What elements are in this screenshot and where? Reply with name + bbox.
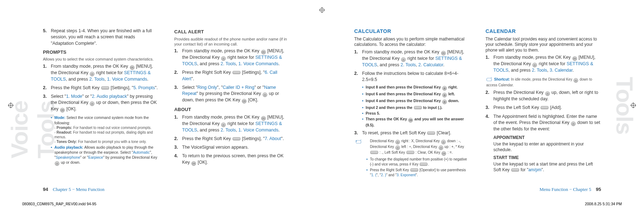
- step-item: Press the Right Soft Key [Settings], "5.…: [43, 85, 158, 91]
- field-body: Use the keypad to enter an appointment i…: [493, 141, 601, 153]
- step-item: From standby mode, press the OK Key OK […: [354, 49, 470, 68]
- step-item: From standby mode, press the OK Key OK […: [174, 48, 290, 67]
- tip-item: Directional Key ◎ right : X, Directional…: [356, 139, 470, 156]
- page-right: CALCULATOR The Calculator allows you to …: [322, 0, 644, 211]
- step-item: Press the Right Soft Key [Settings], "6.…: [174, 69, 290, 82]
- section-intro: The Calculator allows you to perform sim…: [354, 37, 470, 48]
- column-2: CALENDAR The Calendar tool provides easy…: [486, 28, 601, 178]
- step-item: Follow the instructions below to calcula…: [354, 71, 470, 128]
- step-item: From standby mode, press the OK Key OK […: [43, 63, 158, 82]
- step-item: To reset, press the Left Soft Key [Clear…: [354, 130, 470, 136]
- indesign-footer: 080803_CDM8975_RAP_REV00.indd 94-95: [22, 202, 96, 206]
- left-soft-key-icon: [511, 168, 519, 172]
- left-soft-key-icon: [406, 151, 414, 154]
- directional-key-icon: ◎: [221, 123, 226, 127]
- bullet-item: Input 6 and then press the Directional K…: [362, 91, 470, 97]
- directional-key-icon: ◎: [442, 93, 447, 97]
- directional-key-icon: ◎: [545, 91, 550, 96]
- ok-key-icon: OK: [261, 116, 266, 121]
- bullet-item: Mode: Select the voice command system mo…: [51, 115, 158, 144]
- column-1: Repeat steps 1-4. When you are finished …: [43, 28, 158, 168]
- directional-key-icon: ◎: [442, 100, 447, 104]
- step-item: Repeat steps 1-4. When you are finished …: [43, 28, 158, 47]
- step-item: Press the Left Soft Key [Add].: [486, 105, 601, 111]
- star-key-icon: [414, 106, 422, 109]
- right-soft-key-icon: [233, 71, 240, 74]
- ok-key-icon: OK: [261, 50, 266, 54]
- step-item: Press the Right Soft Key [Settings], "7.…: [174, 136, 290, 142]
- bullet-item: Input 2 and then press the to input (.).: [362, 105, 470, 110]
- ok-key-icon: OK: [130, 65, 135, 70]
- left-soft-key-icon: [541, 106, 548, 109]
- section-heading: PROMPTS: [43, 49, 158, 56]
- section-heading: CALENDAR: [486, 28, 601, 35]
- ok-key-icon: OK: [60, 108, 65, 112]
- directional-key-icon: ◎: [571, 121, 576, 126]
- right-soft-key-icon: [101, 86, 109, 90]
- bullet-item: Then press the OK Key OK and you will se…: [362, 116, 470, 128]
- section-intro: The Calendar tool provides easy and conv…: [486, 37, 601, 53]
- field-heading: APPOINTMENT: [493, 135, 601, 140]
- star-key-icon: [370, 151, 378, 154]
- column-1: CALCULATOR The Calculator allows you to …: [354, 28, 470, 178]
- directional-key-icon: ◎: [55, 161, 59, 166]
- tip-item: To change the displayed number from posi…: [366, 157, 470, 167]
- step-item: From standby mode, press the OK Key OK […: [486, 54, 601, 73]
- section-heading: ABOUT: [174, 106, 290, 113]
- hand-point-icon: [486, 76, 493, 83]
- step-item: Press the Directional Key ◎ up, down, le…: [486, 90, 601, 102]
- directional-key-icon: ◎: [221, 56, 226, 61]
- section-heading: CALL ALERT: [174, 29, 290, 35]
- directional-key-icon: ◎: [90, 72, 94, 76]
- section-intro: Provides audible readout of the phone nu…: [174, 37, 290, 47]
- ok-key-icon: OK: [408, 118, 413, 123]
- directional-key-icon: ◎: [442, 86, 447, 91]
- page-left: Repeat steps 1-4. When you are finished …: [0, 0, 322, 211]
- ok-key-icon: OK: [242, 99, 247, 104]
- directional-key-icon: ◎: [395, 140, 400, 144]
- hash-key-icon: [420, 163, 428, 166]
- field-body: Use the keypad to set a start time and p…: [493, 161, 601, 173]
- right-soft-key-icon: [233, 137, 240, 140]
- bullet-item: Audio playback: Allows audio playback to…: [51, 145, 158, 166]
- directional-key-icon: ◎: [263, 92, 267, 97]
- ok-key-icon: OK: [441, 51, 446, 56]
- field-heading: START TIME: [493, 155, 601, 160]
- step-item: From standby mode, press the OK Key OK […: [174, 114, 290, 133]
- right-soft-key-icon: [410, 168, 418, 172]
- ok-key-icon: OK: [191, 161, 196, 166]
- indesign-timestamp: 2008.8.25 5:31:34 PM: [585, 202, 622, 206]
- column-2: CALL ALERT Provides audible readout of t…: [174, 28, 290, 168]
- step-item: To return to the previous screen, then p…: [174, 153, 290, 166]
- directional-key-icon: ◎: [574, 78, 578, 83]
- directional-key-icon: ◎: [441, 140, 446, 144]
- bullet-item: Input 4 and then press the Directional K…: [362, 98, 470, 104]
- directional-key-icon: ◎: [401, 57, 406, 62]
- hand-point-icon: [356, 139, 362, 145]
- section-intro: Allows you to select the voice command s…: [43, 57, 158, 62]
- directional-key-icon: ◎: [395, 145, 400, 150]
- step-item: The Appointment field is highlighted. En…: [486, 114, 601, 133]
- bullet-item: Press 5.: [362, 111, 470, 116]
- tip-item: Press the Right Soft Key [Operator] to u…: [366, 168, 470, 177]
- step-item: Select "Ring Only", "Caller ID + Ring" o…: [174, 85, 290, 104]
- directional-key-icon: ◎: [532, 63, 537, 67]
- ok-key-icon: OK: [441, 151, 446, 156]
- shortcut-note: Shortcut: In idle mode, press the Direct…: [486, 76, 601, 88]
- section-heading: CALCULATOR: [354, 28, 470, 35]
- step-item: The VoiceSignal version appears.: [174, 144, 290, 150]
- ok-key-icon: OK: [572, 56, 577, 61]
- directional-key-icon: ◎: [439, 145, 443, 150]
- directional-key-icon: ◎: [90, 101, 94, 106]
- left-soft-key-icon: [427, 131, 435, 135]
- page-footer: Menu Function − Chapter 5 95: [540, 187, 601, 192]
- step-item: Select "1. Mode" or "2. Audio playback" …: [43, 93, 158, 112]
- page-footer: 94 Chapter 5 − Menu Function: [43, 187, 104, 192]
- bullet-item: Input 8 and then press the Directional K…: [362, 85, 470, 91]
